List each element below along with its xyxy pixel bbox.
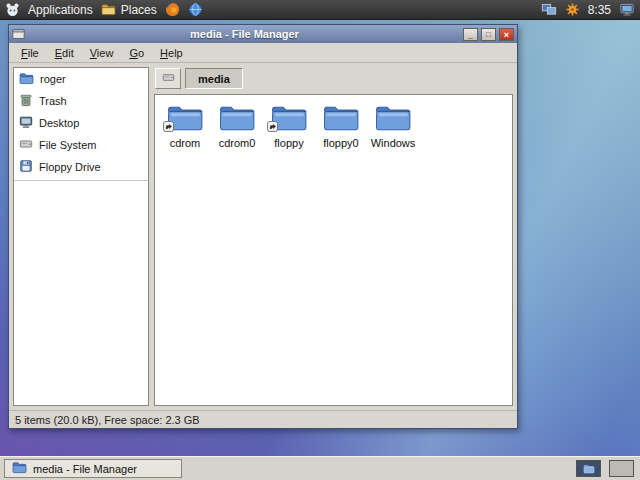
status-text: 5 items (20.0 kB), Free space: 2.3 GB [15,414,200,426]
sidebar-item-desktop[interactable]: Desktop [14,112,148,134]
sidebar-item-filesystem[interactable]: File System [14,134,148,156]
folder-icon [218,103,256,134]
workspace-2[interactable] [609,460,634,477]
file-label: floppy0 [323,137,358,149]
sidebar-item-floppy-drive[interactable]: Floppy Drive [14,156,148,178]
display-settings-tray[interactable] [541,0,557,20]
home-folder-icon [19,72,34,87]
taskbar-window-button[interactable]: media - File Manager [4,459,182,478]
filesystem-icon [162,71,175,86]
sidebar-item-label: Desktop [39,117,79,129]
menu-help[interactable]: Help [152,45,191,61]
folder-icon [322,103,360,134]
file-label: cdrom0 [219,137,256,149]
symlink-emblem-icon [267,118,278,136]
file-label: Windows [371,137,416,149]
folder-icon [270,103,308,134]
sidebar-item-label: roger [40,73,66,85]
file-floppy[interactable]: floppy [263,103,315,149]
close-button[interactable]: × [499,28,514,41]
file-cdrom0[interactable]: cdrom0 [211,103,263,149]
folder-icon [12,461,27,476]
shortcuts-sidebar: roger Trash Desktop File System Floppy D… [13,67,149,406]
menu-go[interactable]: Go [121,45,152,61]
file-label: cdrom [170,137,201,149]
globe-launcher[interactable] [188,0,203,20]
file-icon-view[interactable]: cdrom cdrom0 floppy [154,94,513,406]
workspace-pager [576,460,634,477]
display-settings-icon [541,2,557,17]
sidebar-item-home[interactable]: roger [14,68,148,90]
applications-menu[interactable]: Applications [28,0,93,20]
taskbar-window-label: media - File Manager [33,463,137,475]
gear-icon [565,2,580,17]
top-panel: Applications Places 8:35 [0,0,640,20]
statusbar: 5 items (20.0 kB), Free space: 2.3 GB [9,410,517,428]
places-menu[interactable]: Places [101,0,157,20]
bottom-taskbar: media - File Manager [0,456,640,480]
menu-edit[interactable]: Edit [47,45,82,61]
symlink-emblem-icon [163,118,174,136]
clock-text: 8:35 [588,3,611,17]
filesystem-icon [19,137,33,153]
pathbar-media-label: media [198,73,230,85]
folder-icon [374,103,412,134]
minimize-button[interactable]: _ [463,28,478,41]
places-folder-icon [101,3,116,16]
trash-icon [19,93,33,109]
applications-label: Applications [28,3,93,17]
firefox-launcher[interactable] [165,0,180,20]
floppy-icon [19,159,33,175]
pathbar-root-button[interactable] [155,68,181,89]
desktop-icon [19,115,33,131]
window-icon [12,28,26,41]
file-manager-window: media - File Manager _ □ × File Edit Vie… [8,24,518,429]
menu-view[interactable]: View [82,45,122,61]
titlebar[interactable]: media - File Manager _ □ × [9,25,517,43]
monitor-icon [619,2,635,17]
settings-tray[interactable] [565,0,580,20]
clock[interactable]: 8:35 [588,0,611,20]
xfce-menu-button[interactable] [5,0,20,20]
menubar: File Edit View Go Help [9,43,517,63]
sidebar-separator [14,180,148,181]
sidebar-item-label: File System [39,139,96,151]
main-pane: media cdrom cd [154,67,513,406]
pathbar-media-button[interactable]: media [185,68,243,89]
maximize-button[interactable]: □ [481,28,496,41]
window-title: media - File Manager [29,28,460,40]
firefox-icon [165,2,180,17]
workspace-1[interactable] [576,460,601,477]
file-floppy0[interactable]: floppy0 [315,103,367,149]
sidebar-item-label: Floppy Drive [39,161,101,173]
desktop: Applications Places 8:35 media - File [0,0,640,480]
menu-file[interactable]: File [13,45,47,61]
xfce-menu-icon [5,2,20,17]
folder-icon [166,103,204,134]
file-label: floppy [274,137,303,149]
window-content: roger Trash Desktop File System Floppy D… [9,63,517,410]
globe-icon [188,2,203,17]
pathbar: media [154,67,513,94]
file-cdrom[interactable]: cdrom [159,103,211,149]
places-label: Places [121,3,157,17]
sidebar-item-label: Trash [39,95,67,107]
monitor-tray[interactable] [619,0,635,20]
file-windows[interactable]: Windows [367,103,419,149]
mini-window-icon [583,460,595,478]
sidebar-item-trash[interactable]: Trash [14,90,148,112]
